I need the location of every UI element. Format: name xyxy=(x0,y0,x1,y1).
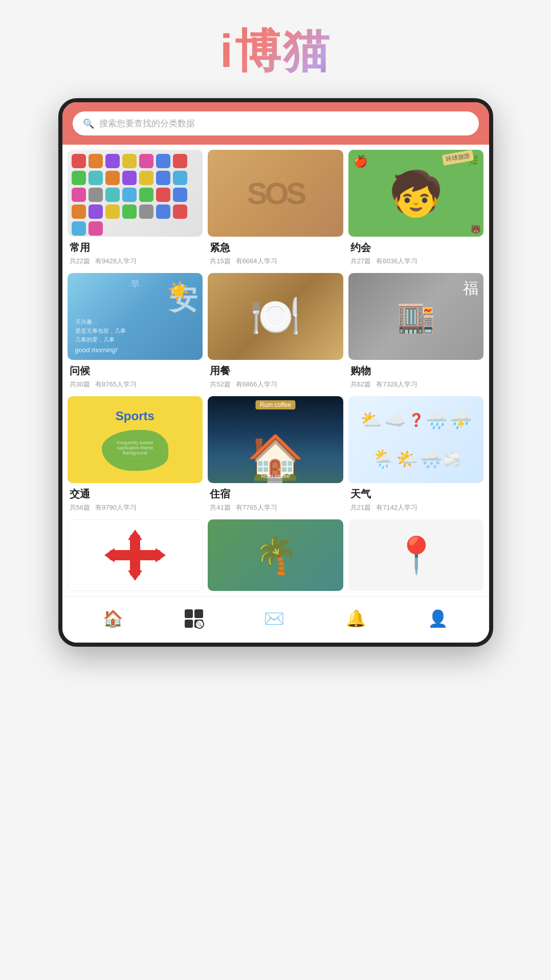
bottom-nav: 🏠 🔍 ✉️ 🔔 👤 xyxy=(62,596,489,643)
weather-icon-partly: 🌤️ xyxy=(396,449,418,470)
category-count-common: 共22篇 xyxy=(70,257,90,266)
category-item-traffic[interactable]: Sports Frequently eventsApplication them… xyxy=(68,396,203,514)
weather-icon-snow: 🌨️ xyxy=(420,449,443,470)
category-meta-date: 共27篇 有6036人学习 xyxy=(350,257,482,266)
category-item-shopping[interactable]: 🏬 福 购物 共62篇 有7328人学习 xyxy=(348,273,484,391)
category-count-shopping: 共62篇 xyxy=(350,380,371,389)
category-learners-shopping: 有7328人学习 xyxy=(376,380,417,389)
sports-blob: Frequently eventsApplication themeBackgr… xyxy=(102,430,168,471)
nav-item-home[interactable]: 🏠 xyxy=(93,605,134,632)
category-learners-greeting: 有8765人学习 xyxy=(95,380,137,389)
nav-item-mail[interactable]: ✉️ xyxy=(254,605,295,632)
person-icon: 👤 xyxy=(428,609,448,628)
home-icon: 🏠 xyxy=(103,609,123,628)
category-name-weather: 天气 xyxy=(350,487,482,501)
category-item-emergency[interactable]: SOS 紧急 共15篇 有6664人学习 xyxy=(208,150,343,268)
category-image-pool: 🌴 xyxy=(208,519,343,591)
category-meta-weather: 共21篇 有7142人学习 xyxy=(350,503,482,512)
category-count-traffic: 共56篇 xyxy=(70,503,90,512)
category-name-hotel: 住宿 xyxy=(210,487,341,501)
category-info-greeting: 问候 共30篇 有8765人学习 xyxy=(68,360,203,391)
category-count-emergency: 共15篇 xyxy=(210,257,230,266)
category-item-common[interactable]: 常用 共22篇 有9428人学习 xyxy=(68,150,203,268)
nav-item-notification[interactable]: 🔔 xyxy=(336,605,377,632)
category-name-traffic: 交通 xyxy=(70,487,201,501)
mail-icon: ✉️ xyxy=(264,609,284,628)
category-item-pool[interactable]: 🌴 xyxy=(208,519,343,591)
category-info-dining: 用餐 共52篇 有6866人学习 xyxy=(208,360,343,391)
category-learners-emergency: 有6664人学习 xyxy=(236,257,277,266)
weather-icon-fog: 🌫️ xyxy=(444,452,460,467)
category-item-location[interactable]: 📍 xyxy=(348,519,484,591)
nav-item-profile[interactable]: 👤 xyxy=(417,605,458,632)
weather-icon-rain: 🌧️ xyxy=(426,409,448,430)
grid-search-icon: 🔍 xyxy=(185,609,203,628)
category-info-common: 常用 共22篇 有9428人学习 xyxy=(68,237,203,268)
category-image-hotel: 🏠 Rum coffee Rum coffee xyxy=(208,396,343,483)
weather-icon-thunder: ⛈️ xyxy=(450,409,472,430)
category-meta-traffic: 共56篇 有9790人学习 xyxy=(70,503,201,512)
category-info-weather: 天气 共21篇 有7142人学习 xyxy=(348,483,484,514)
category-info-hotel: 住宿 共41篇 有7765人学习 xyxy=(208,483,343,514)
category-grid: 常用 共22篇 有9428人学习 SOS 紧急 共15篇 有6664人学习 xyxy=(62,145,489,596)
category-learners-dining: 有6866人学习 xyxy=(236,380,277,389)
category-name-common: 常用 xyxy=(70,241,201,255)
category-info-traffic: 交通 共56篇 有9790人学习 xyxy=(68,483,203,514)
category-name-emergency: 紧急 xyxy=(210,241,341,255)
category-meta-emergency: 共15篇 有6664人学习 xyxy=(210,257,341,266)
weather-icon-question: ❓ xyxy=(408,413,424,427)
category-count-greeting: 共30篇 xyxy=(70,380,90,389)
search-container: 🔍 搜索您要查找的分类数据 xyxy=(62,102,489,145)
category-image-dining: 🍽️ xyxy=(208,273,343,360)
category-item-hotel[interactable]: 🏠 Rum coffee Rum coffee 住宿 共41篇 有7765人学习 xyxy=(208,396,343,514)
category-meta-greeting: 共30篇 有8765人学习 xyxy=(70,380,201,389)
category-count-hotel: 共41篇 xyxy=(210,503,230,512)
category-item-directions[interactable] xyxy=(68,519,203,591)
category-item-greeting[interactable]: 早 安 天兴趣…爱是无事包容，几事几事的爱，几事 good morning! ☀… xyxy=(68,273,203,391)
category-meta-common: 共22篇 有9428人学习 xyxy=(70,257,201,266)
app-title: i博猫 xyxy=(220,20,331,83)
nav-item-browse[interactable]: 🔍 xyxy=(174,605,213,632)
category-meta-hotel: 共41篇 有7765人学习 xyxy=(210,503,341,512)
category-image-weather: ⛅ ☁️ ❓ 🌧️ ⛈️ 🌦️ 🌤️ 🌨️ 🌫️ xyxy=(348,396,484,483)
category-learners-weather: 有7142人学习 xyxy=(376,503,417,512)
category-item-date[interactable]: 🧒 🍎 🌿 🐻 环球旅游 约会 共27篇 有6036人学习 xyxy=(348,150,484,268)
category-learners-date: 有6036人学习 xyxy=(376,257,417,266)
category-item-weather[interactable]: ⛅ ☁️ ❓ 🌧️ ⛈️ 🌦️ 🌤️ 🌨️ 🌫️ 天气 共21篇 有7142人学… xyxy=(348,396,484,514)
category-count-dining: 共52篇 xyxy=(210,380,230,389)
category-image-location: 📍 xyxy=(348,519,484,591)
category-learners-hotel: 有7765人学习 xyxy=(236,503,277,512)
category-count-date: 共27篇 xyxy=(350,257,371,266)
search-icon: 🔍 xyxy=(83,118,94,129)
category-name-dining: 用餐 xyxy=(210,364,341,378)
category-image-greeting: 早 安 天兴趣…爱是无事包容，几事几事的爱，几事 good morning! ☀… xyxy=(68,273,203,360)
bell-icon: 🔔 xyxy=(346,609,366,628)
category-meta-dining: 共52篇 有6866人学习 xyxy=(210,380,341,389)
category-info-shopping: 购物 共62篇 有7328人学习 xyxy=(348,360,484,391)
category-name-greeting: 问候 xyxy=(70,364,201,378)
weather-icon-drizzle: 🌦️ xyxy=(372,449,394,470)
category-image-traffic: Sports Frequently eventsApplication them… xyxy=(68,396,203,483)
category-meta-shopping: 共62篇 有7328人学习 xyxy=(350,380,482,389)
phone-frame: 🔍 搜索您要查找的分类数据 常用 共22篇 有9428人学习 xyxy=(58,98,493,647)
weather-icon-cloudy: ☁️ xyxy=(384,409,407,430)
weather-icon-sunny: ⛅ xyxy=(360,409,383,430)
category-image-directions xyxy=(68,519,203,591)
category-info-emergency: 紧急 共15篇 有6664人学习 xyxy=(208,237,343,268)
category-info-date: 约会 共27篇 有6036人学习 xyxy=(348,237,484,268)
category-item-dining[interactable]: 🍽️ 用餐 共52篇 有6866人学习 xyxy=(208,273,343,391)
category-learners-traffic: 有9790人学习 xyxy=(95,503,137,512)
category-image-common xyxy=(68,150,203,237)
category-image-shopping: 🏬 福 xyxy=(348,273,484,360)
search-placeholder: 搜索您要查找的分类数据 xyxy=(99,118,195,129)
category-name-date: 约会 xyxy=(350,241,482,255)
search-bar[interactable]: 🔍 搜索您要查找的分类数据 xyxy=(73,111,479,135)
category-image-date: 🧒 🍎 🌿 🐻 环球旅游 xyxy=(348,150,484,237)
category-learners-common: 有9428人学习 xyxy=(95,257,137,266)
category-name-shopping: 购物 xyxy=(350,364,482,378)
sports-text: Sports xyxy=(116,409,155,423)
category-image-emergency: SOS xyxy=(208,150,343,237)
category-count-weather: 共21篇 xyxy=(350,503,371,512)
